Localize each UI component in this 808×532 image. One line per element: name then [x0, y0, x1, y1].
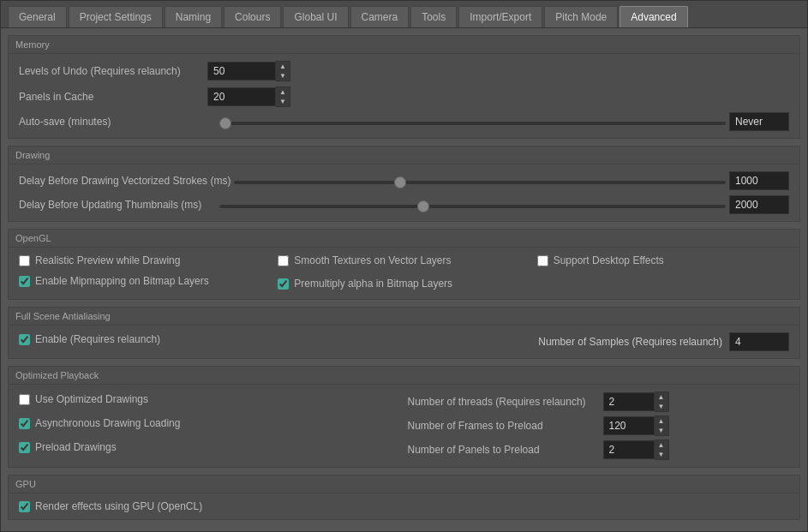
use-optimized-drawings-checkbox[interactable]	[19, 394, 30, 405]
op-cb-0: Use Optimized Drawings	[19, 393, 401, 405]
opengl-cb-4: Premultiply alpha in Bitmap Layers	[278, 275, 530, 292]
memory-body: Levels of Undo (Requires relaunch) ▲ ▼ P…	[9, 54, 799, 138]
tab-colours[interactable]: Colours	[224, 6, 281, 27]
threads-spin-up[interactable]: ▲	[655, 392, 668, 402]
frames-spin-buttons: ▲ ▼	[655, 415, 669, 436]
main-window: General Project Settings Naming Colours …	[0, 0, 808, 532]
panels-spin-down[interactable]: ▼	[655, 450, 668, 459]
tab-naming[interactable]: Naming	[165, 6, 222, 27]
panels-label: Number of Panels to Preload	[408, 444, 596, 456]
preload-drawings-checkbox[interactable]	[19, 442, 30, 453]
frames-spin-up[interactable]: ▲	[655, 416, 668, 426]
async-drawing-loading-checkbox[interactable]	[19, 418, 30, 429]
opengl-grid: Realistic Preview while Drawing Smooth T…	[19, 254, 789, 292]
stroke-slider[interactable]	[234, 181, 726, 184]
fsa-samples-label: Number of Samples (Requires relaunch)	[538, 336, 722, 348]
fsa-enable-label: Enable (Requires relaunch)	[35, 333, 160, 345]
premultiply-alpha-checkbox[interactable]	[278, 278, 289, 290]
opengl-cb-0: Realistic Preview while Drawing	[19, 254, 271, 266]
panels-input[interactable]	[603, 440, 655, 459]
tab-pitch-mode[interactable]: Pitch Mode	[544, 6, 618, 27]
frames-input[interactable]	[603, 416, 655, 435]
threads-label: Number of threads (Requires relaunch)	[408, 396, 596, 408]
cache-label: Panels in Cache	[19, 91, 207, 103]
tab-bar: General Project Settings Naming Colours …	[1, 1, 807, 28]
tab-general[interactable]: General	[8, 6, 67, 27]
panels-spinner[interactable]: ▲ ▼	[603, 439, 669, 460]
opengl-cb-2: Support Desktop Effects	[537, 254, 789, 266]
antialiasing-body: Enable (Requires relaunch) Number of Sam…	[9, 326, 799, 358]
enable-mipmapping-checkbox[interactable]	[19, 276, 30, 287]
opengl-cb-3: Enable Mipmapping on Bitmap Layers	[19, 275, 271, 287]
tab-project-settings[interactable]: Project Settings	[69, 6, 163, 27]
undo-spin-down[interactable]: ▼	[276, 71, 290, 81]
op-cb-1: Asynchronous Drawing Loading	[19, 417, 401, 429]
tab-tools[interactable]: Tools	[410, 6, 457, 27]
autosave-slider-container	[216, 116, 729, 128]
enable-mipmapping-label: Enable Mipmapping on Bitmap Layers	[35, 275, 209, 287]
tab-advanced[interactable]: Advanced	[619, 6, 687, 27]
playback-body: Use Optimized Drawings Number of threads…	[9, 385, 799, 467]
playback-section: Optimized Playback Use Optimized Drawing…	[8, 366, 800, 468]
frames-row: Number of Frames to Preload ▲ ▼	[408, 415, 790, 436]
autosave-value: Never	[729, 112, 789, 131]
thumb-value: 2000	[729, 195, 789, 214]
fsa-samples-row: Number of Samples (Requires relaunch) 4	[538, 332, 789, 351]
cache-input[interactable]	[207, 87, 276, 106]
undo-spin-buttons: ▲ ▼	[276, 61, 290, 81]
cache-spin-buttons: ▲ ▼	[276, 87, 290, 107]
tab-camera[interactable]: Camera	[350, 6, 410, 27]
undo-row: Levels of Undo (Requires relaunch) ▲ ▼	[19, 61, 789, 81]
fsa-enable-row: Enable (Requires relaunch)	[19, 333, 160, 345]
fsa-row: Enable (Requires relaunch) Number of Sam…	[19, 332, 789, 351]
stroke-slider-container	[230, 175, 729, 187]
thumb-slider-container	[216, 199, 729, 211]
threads-spin-down[interactable]: ▼	[655, 402, 668, 411]
premultiply-alpha-label: Premultiply alpha in Bitmap Layers	[294, 278, 452, 290]
settings-content: Memory Levels of Undo (Requires relaunch…	[1, 28, 807, 531]
frames-spin-down[interactable]: ▼	[655, 426, 668, 435]
cache-spin-down[interactable]: ▼	[276, 97, 290, 106]
stroke-row: Delay Before Drawing Vectorized Strokes …	[19, 171, 789, 190]
undo-spin-up[interactable]: ▲	[276, 62, 290, 71]
support-desktop-effects-checkbox[interactable]	[537, 255, 548, 266]
drawing-body: Delay Before Drawing Vectorized Strokes …	[9, 164, 799, 221]
autosave-label: Auto-save (minutes)	[19, 116, 216, 128]
playback-grid: Use Optimized Drawings Number of threads…	[19, 392, 789, 460]
support-desktop-effects-label: Support Desktop Effects	[554, 254, 664, 266]
stroke-value: 1000	[729, 171, 789, 190]
opengl-cb-1: Smooth Textures on Vector Layers	[278, 254, 530, 266]
render-gpu-checkbox[interactable]	[19, 501, 30, 512]
antialiasing-section: Full Scene Antialiasing Enable (Requires…	[8, 307, 800, 359]
threads-spin-buttons: ▲ ▼	[655, 392, 669, 412]
smooth-textures-label: Smooth Textures on Vector Layers	[294, 254, 451, 266]
cache-spinner[interactable]: ▲ ▼	[207, 87, 290, 107]
opengl-body: Realistic Preview while Drawing Smooth T…	[9, 248, 799, 299]
memory-section: Memory Levels of Undo (Requires relaunch…	[8, 35, 800, 139]
op-cb-2: Preload Drawings	[19, 441, 401, 453]
smooth-textures-checkbox[interactable]	[278, 255, 289, 266]
stroke-label: Delay Before Drawing Vectorized Strokes …	[19, 175, 230, 187]
fsa-enable-checkbox[interactable]	[19, 334, 30, 345]
panels-spin-up[interactable]: ▲	[655, 440, 668, 450]
gpu-title: GPU	[9, 475, 799, 493]
threads-row: Number of threads (Requires relaunch) ▲ …	[408, 392, 790, 412]
autosave-slider[interactable]	[219, 122, 726, 125]
realistic-preview-checkbox[interactable]	[19, 255, 30, 266]
cache-spin-up[interactable]: ▲	[276, 87, 290, 97]
drawing-section: Drawing Delay Before Drawing Vectorized …	[8, 146, 800, 222]
thumb-row: Delay Before Updating Thumbnails (ms) 20…	[19, 195, 789, 214]
opengl-title: OpenGL	[9, 230, 799, 248]
undo-spinner[interactable]: ▲ ▼	[207, 61, 290, 81]
frames-spinner[interactable]: ▲ ▼	[603, 415, 669, 436]
thumb-label: Delay Before Updating Thumbnails (ms)	[19, 199, 216, 211]
tab-global-ui[interactable]: Global UI	[283, 6, 348, 27]
threads-spinner[interactable]: ▲ ▼	[603, 392, 669, 412]
preload-drawings-label: Preload Drawings	[35, 441, 117, 453]
panels-row: Number of Panels to Preload ▲ ▼	[408, 439, 790, 460]
thumb-slider[interactable]	[219, 205, 726, 208]
realistic-preview-label: Realistic Preview while Drawing	[35, 254, 180, 266]
undo-input[interactable]	[207, 62, 276, 81]
threads-input[interactable]	[603, 392, 655, 411]
tab-import-export[interactable]: Import/Export	[458, 6, 542, 27]
